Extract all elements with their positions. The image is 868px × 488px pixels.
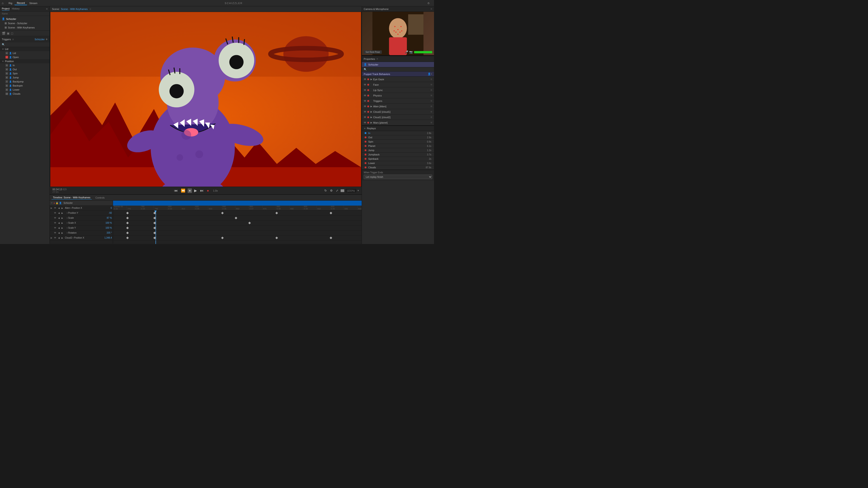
face-eye[interactable]: 👁 (364, 83, 366, 86)
behavior-cloud1[interactable]: 👁 ▶ Cloud1 [cloud2] ≡ (362, 115, 434, 120)
camera-menu-icon[interactable]: ≡ (430, 7, 432, 11)
trigger-search-input[interactable] (6, 43, 48, 46)
lock-icon[interactable]: 🔒 (56, 202, 58, 204)
kf-4b[interactable] (153, 227, 156, 229)
trigger-out[interactable]: 4 👤 Out (0, 67, 50, 71)
export-icon[interactable]: ⤢ (335, 188, 339, 193)
film-icon[interactable]: 🎬 (2, 32, 5, 35)
kf-4a[interactable] (126, 227, 129, 229)
kf-6c[interactable] (221, 236, 223, 239)
triggers-eye[interactable]: 👁 (364, 99, 366, 103)
kf-6a[interactable] (126, 236, 129, 239)
alien-expand[interactable]: ▶ (370, 105, 372, 107)
stop-btn[interactable]: ■ (188, 188, 192, 193)
track-back-alien[interactable]: ◀ (58, 207, 60, 209)
eye-gaze-eye[interactable]: 👁 (364, 78, 366, 81)
track-eye-5[interactable]: 👁 (54, 227, 56, 229)
alien-menu[interactable]: ≡ (430, 105, 432, 108)
cloud1-menu[interactable]: ≡ (430, 116, 432, 119)
trigger-open[interactable]: 2 👤 Open (0, 55, 50, 59)
track-eye-6[interactable]: 👁 (54, 232, 56, 234)
behavior-lip-sync[interactable]: 👁 ▶ Lip Sync ≡ (362, 88, 434, 93)
triggers-menu[interactable]: ≡ (12, 38, 14, 41)
track-eye-2[interactable]: 👁 (54, 212, 56, 214)
cloud2-expand[interactable]: ▶ (370, 110, 372, 113)
kf-3c[interactable] (248, 222, 251, 224)
eye-gaze-expand[interactable]: ▶ (370, 78, 372, 80)
alien-eye[interactable]: 👁 (364, 105, 366, 108)
trigger-clouds[interactable]: 10 👤 Clouds (0, 92, 50, 96)
face-menu[interactable]: ≡ (430, 83, 432, 86)
project-panel-menu[interactable]: ≡ (46, 7, 48, 11)
kf-5b[interactable] (153, 232, 156, 234)
mars-eye[interactable]: 👁 (364, 121, 366, 124)
controls-tab[interactable]: Controls (94, 196, 106, 199)
trigger-spin[interactable]: 5 👤 Spin (0, 71, 50, 75)
kf-2c[interactable] (235, 217, 237, 219)
cloud2-menu[interactable]: ≡ (430, 110, 432, 113)
project-item-schizzler[interactable]: 👤 Schizzler (0, 17, 50, 21)
cloud1-expand[interactable]: ▶ (370, 116, 372, 119)
cloud2-eye[interactable]: 👁 (364, 110, 366, 113)
history-tab[interactable]: History (12, 7, 20, 11)
replay-spin[interactable]: Spin 0.9s (362, 140, 434, 144)
trigger-jump[interactable]: 6 👤 Jump (0, 75, 50, 79)
physics-eye[interactable]: 👁 (364, 94, 366, 97)
replay-in[interactable]: In 2.8s (362, 131, 434, 135)
track-eye-4[interactable]: 👁 (54, 222, 56, 224)
replays-header[interactable]: ▼ Replays (362, 126, 434, 131)
record-btn[interactable]: ● (206, 188, 210, 193)
kf-3b[interactable] (153, 222, 156, 224)
zoom-dropdown-arrow[interactable]: ▾ (358, 189, 359, 192)
kf-3a[interactable] (126, 222, 129, 224)
kf-6b[interactable] (153, 236, 156, 239)
replay-out[interactable]: Out 2.9s (362, 135, 434, 140)
add-trigger-btn[interactable]: + (46, 37, 48, 41)
replay-lower[interactable]: Lower 3.6s (362, 161, 434, 165)
add-behavior-icon[interactable]: 👤+ (428, 72, 432, 75)
expand-alien[interactable]: ▶ (51, 207, 53, 209)
camera-icon[interactable]: 📷 (409, 51, 413, 54)
kf-6e[interactable] (330, 236, 332, 239)
behavior-physics[interactable]: 👁 ▶ Physics ≡ (362, 93, 434, 98)
trigger-lower[interactable]: 9 👤 Lower (0, 88, 50, 92)
physics-menu[interactable]: ≡ (430, 94, 432, 97)
home-icon[interactable]: ⌂ (2, 1, 4, 5)
behavior-alien[interactable]: 👁 ▶ Alien [Alien] ≡ (362, 104, 434, 109)
behavior-cloud2[interactable]: 👁 ▶ Cloud2 [cloud1] ≡ (362, 109, 434, 115)
microphone-icon[interactable]: 🎤 (405, 51, 408, 54)
image-icon[interactable]: ▣ (7, 32, 9, 35)
kf-2a[interactable] (126, 217, 129, 219)
step-back-btn[interactable]: ⏪ (180, 188, 186, 193)
play-loop-btn[interactable]: ⏭ (199, 188, 205, 193)
kf-1e[interactable] (330, 212, 332, 214)
nav-record[interactable]: Record (14, 1, 27, 5)
kf-1d[interactable] (275, 212, 278, 214)
mars-menu[interactable]: ≡ (430, 121, 432, 124)
refresh-icon[interactable]: ↻ (323, 188, 328, 193)
replay-spinback[interactable]: Spinback 2s (362, 157, 434, 161)
nav-rig[interactable]: Rig (6, 1, 15, 5)
trigger-group-lid[interactable]: ▼ Lid (0, 47, 50, 51)
project-item-scene-keyframes[interactable]: ▦ Scene - With Keyframes (0, 25, 50, 30)
play-btn[interactable]: ▶ (193, 188, 198, 193)
set-rest-pose-btn[interactable]: Set Rest Pose (364, 51, 382, 54)
timeline-tab[interactable]: Timeline: Scene - With Keyframes (52, 196, 92, 199)
eye-icon[interactable]: 👁 (51, 202, 53, 204)
scene-menu-icon[interactable]: ≡ (90, 7, 91, 11)
track-eye-7[interactable]: 👁 (54, 236, 56, 239)
kf-2b[interactable] (153, 217, 156, 219)
scene-name[interactable]: Scene - With Keyframes (61, 8, 88, 10)
kf-5a[interactable] (126, 232, 129, 234)
behavior-triggers[interactable]: 👁 ▶ Triggers ≡ (362, 98, 434, 104)
let-replay-finish-select[interactable]: Let replay finish Immediately stop Loop (364, 175, 432, 179)
project-item-scene-schizzler[interactable]: ▦ Scene - Schizzler (0, 21, 50, 25)
trigger-in[interactable]: 3 👤 In (0, 63, 50, 67)
properties-search-input[interactable] (364, 68, 432, 71)
kf-6d[interactable] (275, 236, 278, 239)
share-icon[interactable]: ⎋ (428, 1, 430, 5)
kf-1c[interactable] (221, 212, 223, 214)
lip-sync-eye[interactable]: 👁 (364, 89, 366, 92)
project-tab[interactable]: Project (2, 7, 9, 11)
trigger-backspin[interactable]: 8 👤 Backspin (0, 84, 50, 88)
